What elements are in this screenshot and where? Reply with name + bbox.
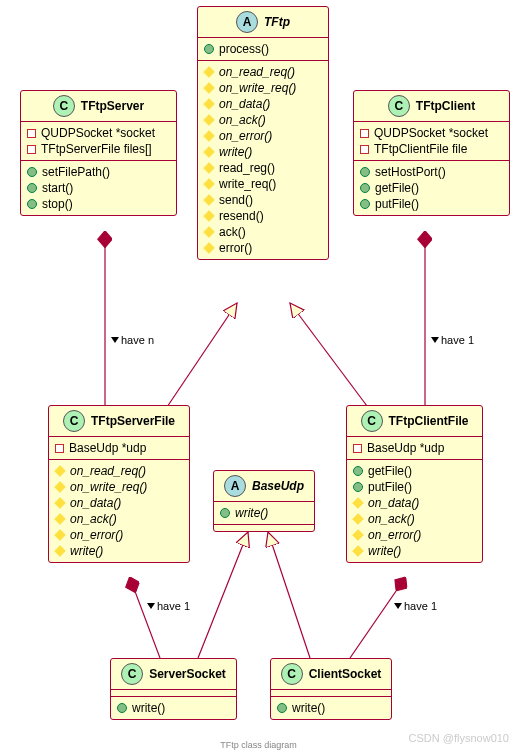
class-tftpserverfile: C TFtpServerFile BaseUdp *udp on_read_re…	[48, 405, 190, 563]
class-icon: C	[361, 410, 383, 432]
class-name: ServerSocket	[149, 667, 226, 681]
abstract-icon: A	[224, 475, 246, 497]
watermark: CSDN @flysnow010	[409, 732, 509, 744]
class-icon: C	[121, 663, 143, 685]
rel-label-have-n: have n	[112, 334, 154, 346]
class-icon: C	[388, 95, 410, 117]
class-serversocket: C ServerSocket write()	[110, 658, 237, 720]
class-name: TFtpServerFile	[91, 414, 175, 428]
svg-line-7	[268, 532, 310, 658]
class-name: TFtp	[264, 15, 290, 29]
class-name: TFtpServer	[81, 99, 144, 113]
class-icon: C	[63, 410, 85, 432]
class-title: A TFtp	[198, 7, 328, 38]
svg-line-3	[290, 303, 370, 410]
rel-label-have-1: have 1	[432, 334, 474, 346]
rel-label-have-1: have 1	[395, 600, 437, 612]
class-baseudp: A BaseUdp write()	[213, 470, 315, 532]
svg-line-4	[130, 578, 160, 658]
class-clientsocket: C ClientSocket write()	[270, 658, 392, 720]
class-tftp: A TFtp process() on_read_req() on_write_…	[197, 6, 329, 260]
svg-line-2	[165, 303, 237, 410]
rel-label-have-1: have 1	[148, 600, 190, 612]
class-name: TFtpClientFile	[389, 414, 469, 428]
svg-line-6	[198, 532, 248, 658]
class-icon: C	[53, 95, 75, 117]
class-tftpserver: C TFtpServer QUDPSocket *socket TFtpServ…	[20, 90, 177, 216]
class-icon: C	[281, 663, 303, 685]
class-tftpclientfile: C TFtpClientFile BaseUdp *udp getFile() …	[346, 405, 483, 563]
class-name: ClientSocket	[309, 667, 382, 681]
abstract-icon: A	[236, 11, 258, 33]
class-tftpclient: C TFtpClient QUDPSocket *socket TFtpClie…	[353, 90, 510, 216]
class-name: BaseUdp	[252, 479, 304, 493]
svg-line-5	[350, 578, 405, 658]
class-name: TFtpClient	[416, 99, 475, 113]
